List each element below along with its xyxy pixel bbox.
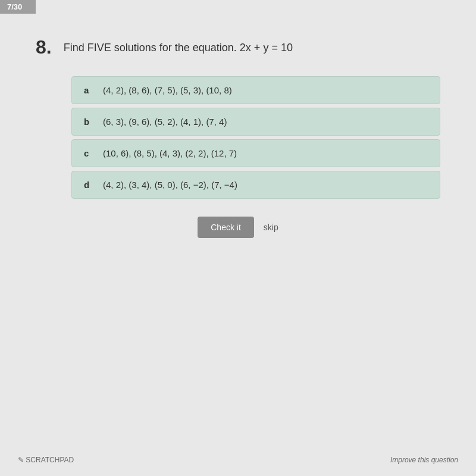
- buttons-row: Check it skip: [36, 217, 440, 238]
- option-c-letter: c: [84, 148, 93, 158]
- progress-label: 7/30: [0, 0, 36, 14]
- option-b-text: (6, 3), (9, 6), (5, 2), (4, 1), (7, 4): [103, 117, 227, 127]
- check-it-button[interactable]: Check it: [198, 217, 254, 238]
- option-b[interactable]: b (6, 3), (9, 6), (5, 2), (4, 1), (7, 4): [71, 108, 440, 136]
- option-c-text: (10, 6), (8, 5), (4, 3), (2, 2), (12, 7): [103, 148, 237, 158]
- option-a-letter: a: [84, 85, 93, 95]
- option-a[interactable]: a (4, 2), (8, 6), (7, 5), (5, 3), (10, 8…: [71, 76, 440, 104]
- options-container: a (4, 2), (8, 6), (7, 5), (5, 3), (10, 8…: [71, 76, 440, 199]
- question-header: 8. Find FIVE solutions for the equation.…: [36, 36, 440, 58]
- main-content: 8. Find FIVE solutions for the equation.…: [0, 0, 476, 262]
- scratchpad-label[interactable]: ✎ SCRATCHPAD: [18, 456, 74, 464]
- option-d[interactable]: d (4, 2), (3, 4), (5, 0), (6, −2), (7, −…: [71, 171, 440, 199]
- option-d-text: (4, 2), (3, 4), (5, 0), (6, −2), (7, −4): [103, 180, 237, 190]
- option-d-letter: d: [84, 180, 93, 190]
- option-b-letter: b: [84, 117, 93, 127]
- option-a-text: (4, 2), (8, 6), (7, 5), (5, 3), (10, 8): [103, 85, 232, 95]
- question-text: Find FIVE solutions for the equation. 2x…: [64, 36, 293, 55]
- bottom-bar: ✎ SCRATCHPAD Improve this question: [0, 456, 476, 464]
- skip-button[interactable]: skip: [264, 223, 278, 232]
- question-number: 8.: [36, 36, 52, 58]
- improve-question-link[interactable]: Improve this question: [390, 456, 458, 464]
- option-c[interactable]: c (10, 6), (8, 5), (4, 3), (2, 2), (12, …: [71, 139, 440, 167]
